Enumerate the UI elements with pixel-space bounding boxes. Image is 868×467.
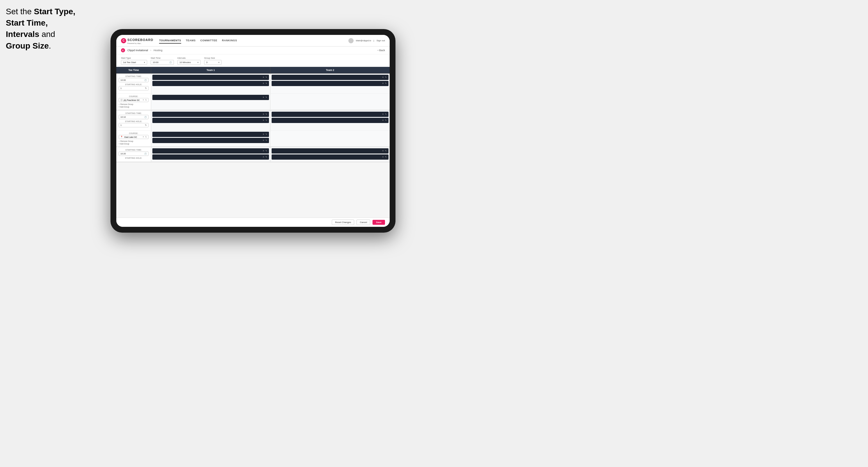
group-2-remove-group[interactable]: ○ Remove Group	[119, 140, 149, 142]
start-time-select[interactable]: 10:00 🕐	[151, 60, 174, 65]
edit-icon[interactable]: ✎	[266, 82, 267, 85]
footer-bar: Reset Changes Cancel Save	[116, 218, 390, 227]
nav-tab-rankings[interactable]: RANKINGS	[222, 38, 237, 43]
course-remove-x[interactable]: ✕	[143, 136, 144, 138]
edit-icon[interactable]: ✎	[266, 76, 267, 79]
nav-tab-tournaments[interactable]: TOURNAMENTS	[159, 38, 181, 43]
group-1-side-panel: STARTING TIME: 10:00 🕐 STARTING HOLE: 1 …	[116, 73, 151, 93]
settings-row: Start Type 1st Tee Start ▾ Start Time 10…	[116, 54, 390, 67]
group-1-start-time-val: 10:00	[120, 79, 126, 82]
group-1-course-teams: ✕ ✎	[151, 94, 390, 110]
pipe-separator: |	[374, 39, 374, 42]
edit-icon[interactable]: ✎	[266, 96, 267, 99]
edit-icon[interactable]: ✎	[266, 139, 267, 142]
close-icon[interactable]: ✕	[262, 96, 264, 99]
group-1-add-group[interactable]: + Add Group	[119, 106, 149, 108]
course-expand[interactable]: ⇅	[145, 136, 147, 138]
close-icon[interactable]: ✕	[382, 82, 384, 85]
close-icon[interactable]: ✕	[262, 113, 264, 116]
group-1-team2-player2: ✕ ✎	[272, 81, 389, 86]
course-remove-x[interactable]: ✕	[143, 99, 144, 101]
group-2-teams: ✕ ✎ ✕ ✎ ✕ ✎	[151, 111, 390, 130]
edit-icon[interactable]: ✎	[266, 150, 267, 152]
group-3-start-time-input[interactable]: 10:20 🕐	[119, 152, 149, 156]
group-2-course-label: COURSE:	[119, 132, 149, 134]
intervals-select[interactable]: 10 Minutes ▾	[177, 60, 200, 65]
group-3-team1: ✕ ✎ ✕ ✎	[151, 147, 271, 162]
intervals-value: 10 Minutes	[179, 61, 191, 64]
edit-icon[interactable]: ✎	[266, 156, 267, 158]
edit-icon[interactable]: ✎	[385, 150, 387, 152]
close-icon[interactable]: ✕	[382, 113, 384, 116]
group-2-start-time-val: 10:10	[120, 116, 126, 118]
close-icon[interactable]: ✕	[262, 139, 264, 142]
group-3-team2: ✕ ✎ ✕ ✎	[271, 147, 390, 162]
group-1-players-row: STARTING TIME: 10:00 🕐 STARTING HOLE: 1 …	[116, 73, 390, 94]
group-1-team1: ✕ ✎ ✕ ✎	[151, 73, 271, 93]
close-icon[interactable]: ✕	[382, 119, 384, 122]
cancel-button[interactable]: Cancel	[356, 220, 370, 225]
group-2-course-side: COURSE: 📍 East Lake GC ✕ ⇅ ○ Remove Grou…	[116, 130, 151, 147]
reset-changes-button[interactable]: Reset Changes	[332, 220, 354, 225]
group-2-stepper-arrows: ⇅	[145, 124, 147, 126]
logo-text: SCOREBOARD	[127, 38, 153, 41]
close-icon[interactable]: ✕	[262, 82, 264, 85]
nav-tab-committee[interactable]: COMMITTEE	[200, 38, 218, 43]
group-2-add-group[interactable]: + Add Group	[119, 143, 149, 145]
instruction-bold-3: Intervals	[6, 30, 39, 39]
edit-icon[interactable]: ✎	[385, 82, 387, 85]
logo-text-area: SCOREBOARD Powered by clipp...	[127, 37, 153, 44]
breadcrumb-separator: ›	[150, 49, 151, 52]
group-2-start-time-input[interactable]: 10:10 🕐	[119, 115, 149, 119]
course-icon	[120, 99, 123, 101]
remove-circle-icon: ○	[119, 140, 120, 142]
edit-icon[interactable]: ✎	[266, 133, 267, 135]
group-2-course-team1-player2: ✕ ✎	[152, 138, 269, 143]
back-button[interactable]: ‹ Back	[377, 49, 385, 52]
start-type-label: Start Type	[121, 57, 147, 59]
edit-icon[interactable]: ✎	[385, 156, 387, 158]
group-1-team1-player2: ✕ ✎	[152, 81, 269, 86]
start-type-select[interactable]: 1st Tee Start ▾	[121, 60, 147, 65]
intervals-chevron: ▾	[197, 61, 198, 64]
close-icon[interactable]: ✕	[262, 76, 264, 79]
edit-icon[interactable]: ✎	[266, 119, 267, 122]
edit-icon[interactable]: ✎	[385, 113, 387, 116]
close-icon[interactable]: ✕	[382, 156, 384, 158]
group-1: STARTING TIME: 10:00 🕐 STARTING HOLE: 1 …	[116, 73, 390, 111]
group-2-course-team1: ✕ ✎ ✕ ✎	[151, 130, 271, 147]
save-button[interactable]: Save	[372, 220, 385, 225]
group-1-course-row: COURSE: (A) Peachtree GC ✕ ⇅ ○ Remove Gr…	[116, 94, 390, 110]
group-1-start-time-input[interactable]: 10:00 🕐	[119, 78, 149, 82]
edit-icon[interactable]: ✎	[385, 119, 387, 122]
sign-out-link[interactable]: Sign out	[377, 39, 385, 42]
group-2-team2-player1: ✕ ✎	[272, 112, 389, 117]
group-size-chevron: ▾	[218, 61, 220, 64]
nav-tabs: TOURNAMENTS TEAMS COMMITTEE RANKINGS	[159, 38, 348, 43]
nav-tab-teams[interactable]: TEAMS	[186, 38, 196, 43]
course-map-icon: 📍	[120, 136, 123, 138]
group-2-course-teams: ✕ ✎ ✕ ✎	[151, 130, 390, 147]
group-1-hole-label: STARTING HOLE:	[119, 84, 149, 86]
edit-icon[interactable]: ✎	[385, 76, 387, 79]
group-size-select[interactable]: 3 ▾	[204, 60, 222, 65]
breadcrumb-tournament[interactable]: Clippd Invitational	[127, 49, 148, 52]
group-3-team2-player1: ✕ ✎	[272, 148, 389, 154]
close-icon[interactable]: ✕	[262, 133, 264, 135]
close-icon[interactable]: ✕	[382, 76, 384, 79]
close-icon[interactable]: ✕	[382, 150, 384, 152]
group-2-side-panel: STARTING TIME: 10:10 🕐 STARTING HOLE: 1 …	[116, 111, 151, 130]
close-icon[interactable]: ✕	[262, 150, 264, 152]
group-1-hole-stepper[interactable]: 1 ⇅	[119, 86, 149, 90]
group-2-team1-player2: ✕ ✎	[152, 118, 269, 123]
start-time-group: Start Time 10:00 🕐	[151, 57, 174, 65]
group-1-remove-group[interactable]: ○ Remove Group	[119, 103, 149, 105]
instruction-bold-2: Start Time,	[6, 18, 48, 27]
close-icon[interactable]: ✕	[262, 119, 264, 122]
group-2-hole-stepper[interactable]: 1 ⇅	[119, 123, 149, 127]
close-icon[interactable]: ✕	[262, 156, 264, 158]
th-tee-time: Tee Time	[116, 67, 151, 73]
group-3-team1-player2: ✕ ✎	[152, 154, 269, 160]
course-expand[interactable]: ⇅	[145, 99, 147, 101]
edit-icon[interactable]: ✎	[266, 113, 267, 116]
